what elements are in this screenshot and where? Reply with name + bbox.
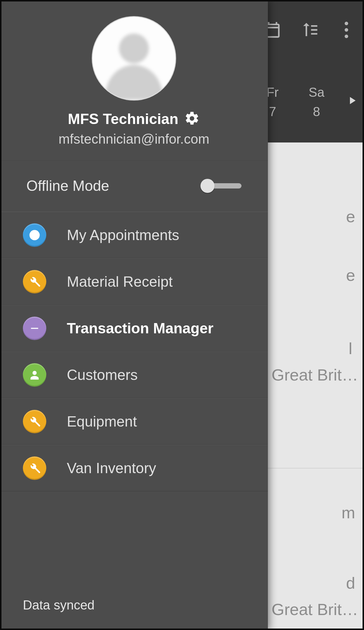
wrench-icon [23,410,46,433]
offline-mode-row: Offline Mode [0,160,268,212]
svg-point-1 [119,33,149,63]
bg-text: l [349,339,352,358]
user-email: mfstechnician@infor.com [0,131,268,147]
menu-item-label: Material Receipt [67,273,173,290]
menu-list: My Appointments Material Receipt Transac… [0,212,268,491]
wrench-icon [23,456,46,480]
menu-item-transaction-manager[interactable]: Transaction Manager [0,305,268,351]
sync-status: Data synced [0,586,268,630]
menu-item-equipment[interactable]: Equipment [0,398,268,445]
menu-item-label: Transaction Manager [67,320,213,337]
menu-item-label: Van Inventory [67,460,156,477]
offline-mode-label: Offline Mode [26,177,109,194]
bg-text: d [346,573,355,592]
menu-item-label: Equipment [67,413,137,430]
avatar[interactable] [92,16,176,101]
gear-icon [184,111,200,126]
bg-text: Great Brit… [271,600,358,619]
next-arrow-icon[interactable] [346,92,358,112]
toggle-knob [200,179,215,193]
menu-item-my-appointments[interactable]: My Appointments [0,212,268,258]
offline-mode-toggle[interactable] [200,179,241,193]
menu-item-label: Customers [67,366,138,383]
day-number: 8 [302,104,331,119]
day-abbr: Sa [302,85,331,100]
bg-text: e [346,266,355,285]
user-name-row: MFS Technician [0,111,268,128]
menu-item-van-inventory[interactable]: Van Inventory [0,445,268,491]
clock-icon [23,223,46,247]
bg-text: m [341,503,355,522]
menu-item-material-receipt[interactable]: Material Receipt [0,258,268,305]
settings-button[interactable] [184,111,200,128]
menu-item-label: My Appointments [67,227,179,244]
divider [268,468,364,468]
person-icon [23,363,46,387]
menu-item-customers[interactable]: Customers [0,351,268,398]
sort-icon[interactable] [300,21,319,39]
bg-text: Great Brit… [271,365,358,384]
wrench-icon [23,270,46,293]
day-strip: Fr 7 Sa 8 [258,85,358,119]
profile-section: MFS Technician mfstechnician@infor.com [0,1,268,160]
user-name: MFS Technician [68,111,178,128]
header-action-icons [263,21,356,39]
minus-circle-icon [23,317,46,340]
more-icon[interactable] [337,22,356,38]
day-saturday[interactable]: Sa 8 [302,85,331,119]
bg-text: e [346,207,355,226]
avatar-silhouette-icon [93,17,175,100]
navigation-drawer: MFS Technician mfstechnician@infor.com O… [0,0,268,630]
